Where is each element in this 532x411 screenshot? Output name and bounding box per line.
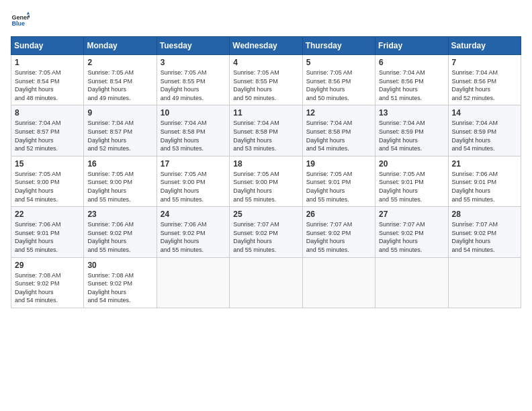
calendar-cell: 10 Sunrise: 7:04 AM Sunset: 8:58 PM Dayl… xyxy=(157,105,229,156)
calendar-cell: 16 Sunrise: 7:05 AM Sunset: 9:00 PM Dayl… xyxy=(84,156,157,206)
day-info: Sunrise: 7:04 AM Sunset: 8:58 PM Dayligh… xyxy=(161,119,226,152)
day-number: 13 xyxy=(379,108,444,118)
day-info: Sunrise: 7:04 AM Sunset: 8:59 PM Dayligh… xyxy=(379,119,444,152)
day-info: Sunrise: 7:04 AM Sunset: 8:56 PM Dayligh… xyxy=(379,68,444,102)
day-info: Sunrise: 7:06 AM Sunset: 9:01 PM Dayligh… xyxy=(15,220,80,254)
calendar-cell: 17 Sunrise: 7:05 AM Sunset: 9:00 PM Dayl… xyxy=(157,156,229,206)
day-info: Sunrise: 7:04 AM Sunset: 8:58 PM Dayligh… xyxy=(233,119,298,152)
day-number: 22 xyxy=(15,210,80,219)
calendar-cell: 24 Sunrise: 7:06 AM Sunset: 9:02 PM Dayl… xyxy=(157,207,229,257)
day-info: Sunrise: 7:04 AM Sunset: 8:57 PM Dayligh… xyxy=(15,119,80,152)
day-number: 4 xyxy=(233,58,298,67)
calendar-cell xyxy=(302,257,375,308)
calendar-cell: 11 Sunrise: 7:04 AM Sunset: 8:58 PM Dayl… xyxy=(230,105,302,156)
day-info: Sunrise: 7:05 AM Sunset: 8:55 PM Dayligh… xyxy=(233,68,298,102)
calendar-cell: 20 Sunrise: 7:05 AM Sunset: 9:01 PM Dayl… xyxy=(375,156,448,206)
day-info: Sunrise: 7:08 AM Sunset: 9:02 PM Dayligh… xyxy=(15,271,80,305)
calendar-cell: 4 Sunrise: 7:05 AM Sunset: 8:55 PM Dayli… xyxy=(230,55,302,105)
day-number: 16 xyxy=(87,159,152,169)
svg-marker-2 xyxy=(27,11,30,14)
calendar-cell xyxy=(448,257,521,308)
day-info: Sunrise: 7:05 AM Sunset: 8:56 PM Dayligh… xyxy=(306,68,371,102)
day-info: Sunrise: 7:05 AM Sunset: 8:54 PM Dayligh… xyxy=(15,68,80,102)
day-info: Sunrise: 7:04 AM Sunset: 8:57 PM Dayligh… xyxy=(87,119,152,152)
day-number: 24 xyxy=(161,210,226,219)
day-info: Sunrise: 7:05 AM Sunset: 8:55 PM Dayligh… xyxy=(161,68,226,102)
calendar-header-friday: Friday xyxy=(375,37,448,55)
day-number: 30 xyxy=(87,261,152,270)
day-info: Sunrise: 7:07 AM Sunset: 9:02 PM Dayligh… xyxy=(452,220,517,254)
calendar-cell: 19 Sunrise: 7:05 AM Sunset: 9:01 PM Dayl… xyxy=(302,156,375,206)
day-number: 6 xyxy=(379,58,444,67)
day-info: Sunrise: 7:08 AM Sunset: 9:02 PM Dayligh… xyxy=(87,271,152,305)
day-number: 10 xyxy=(161,108,226,118)
day-info: Sunrise: 7:05 AM Sunset: 9:00 PM Dayligh… xyxy=(161,170,226,203)
svg-text:Blue: Blue xyxy=(11,20,25,27)
day-number: 29 xyxy=(15,261,80,270)
day-info: Sunrise: 7:06 AM Sunset: 9:01 PM Dayligh… xyxy=(452,170,517,203)
day-info: Sunrise: 7:05 AM Sunset: 9:00 PM Dayligh… xyxy=(15,170,80,203)
day-number: 9 xyxy=(87,108,152,118)
day-number: 1 xyxy=(15,58,80,67)
day-info: Sunrise: 7:05 AM Sunset: 9:01 PM Dayligh… xyxy=(306,170,371,203)
calendar-cell: 21 Sunrise: 7:06 AM Sunset: 9:01 PM Dayl… xyxy=(448,156,521,206)
calendar-cell: 12 Sunrise: 7:04 AM Sunset: 8:58 PM Dayl… xyxy=(302,105,375,156)
calendar-cell: 18 Sunrise: 7:05 AM Sunset: 9:00 PM Dayl… xyxy=(230,156,302,206)
calendar-cell: 1 Sunrise: 7:05 AM Sunset: 8:54 PM Dayli… xyxy=(11,55,84,105)
calendar-cell: 2 Sunrise: 7:05 AM Sunset: 8:54 PM Dayli… xyxy=(84,55,157,105)
day-number: 27 xyxy=(379,210,444,219)
day-number: 7 xyxy=(452,58,517,67)
calendar-table: SundayMondayTuesdayWednesdayThursdayFrid… xyxy=(11,36,521,308)
calendar-cell: 22 Sunrise: 7:06 AM Sunset: 9:01 PM Dayl… xyxy=(11,207,84,257)
calendar-cell xyxy=(230,257,302,308)
svg-text:General: General xyxy=(11,14,30,21)
day-info: Sunrise: 7:05 AM Sunset: 9:00 PM Dayligh… xyxy=(233,170,298,203)
calendar-cell: 8 Sunrise: 7:04 AM Sunset: 8:57 PM Dayli… xyxy=(11,105,84,156)
calendar-cell: 9 Sunrise: 7:04 AM Sunset: 8:57 PM Dayli… xyxy=(84,105,157,156)
day-info: Sunrise: 7:04 AM Sunset: 8:56 PM Dayligh… xyxy=(452,68,517,102)
day-number: 25 xyxy=(233,210,298,219)
calendar-header-monday: Monday xyxy=(84,37,157,55)
calendar-cell: 27 Sunrise: 7:07 AM Sunset: 9:02 PM Dayl… xyxy=(375,207,448,257)
logo: General Blue xyxy=(11,11,30,30)
calendar-cell: 5 Sunrise: 7:05 AM Sunset: 8:56 PM Dayli… xyxy=(302,55,375,105)
calendar-cell: 26 Sunrise: 7:07 AM Sunset: 9:02 PM Dayl… xyxy=(302,207,375,257)
day-number: 21 xyxy=(452,159,517,169)
header: General Blue xyxy=(11,11,521,30)
calendar-cell: 14 Sunrise: 7:04 AM Sunset: 8:59 PM Dayl… xyxy=(448,105,521,156)
day-number: 17 xyxy=(161,159,226,169)
generalblue-logo-icon: General Blue xyxy=(11,11,30,30)
day-number: 19 xyxy=(306,159,371,169)
day-number: 5 xyxy=(306,58,371,67)
day-info: Sunrise: 7:04 AM Sunset: 8:58 PM Dayligh… xyxy=(306,119,371,152)
calendar-week-4: 22 Sunrise: 7:06 AM Sunset: 9:01 PM Dayl… xyxy=(11,207,521,257)
day-number: 26 xyxy=(306,210,371,219)
day-number: 28 xyxy=(452,210,517,219)
day-info: Sunrise: 7:06 AM Sunset: 9:02 PM Dayligh… xyxy=(161,220,226,254)
calendar-header-saturday: Saturday xyxy=(448,37,521,55)
calendar-cell: 29 Sunrise: 7:08 AM Sunset: 9:02 PM Dayl… xyxy=(11,257,84,308)
day-info: Sunrise: 7:06 AM Sunset: 9:02 PM Dayligh… xyxy=(87,220,152,254)
calendar-cell: 28 Sunrise: 7:07 AM Sunset: 9:02 PM Dayl… xyxy=(448,207,521,257)
calendar-week-5: 29 Sunrise: 7:08 AM Sunset: 9:02 PM Dayl… xyxy=(11,257,521,308)
calendar-cell: 15 Sunrise: 7:05 AM Sunset: 9:00 PM Dayl… xyxy=(11,156,84,206)
calendar-cell: 13 Sunrise: 7:04 AM Sunset: 8:59 PM Dayl… xyxy=(375,105,448,156)
day-number: 8 xyxy=(15,108,80,118)
calendar-week-1: 1 Sunrise: 7:05 AM Sunset: 8:54 PM Dayli… xyxy=(11,55,521,105)
day-number: 23 xyxy=(87,210,152,219)
calendar-header-row: SundayMondayTuesdayWednesdayThursdayFrid… xyxy=(11,37,521,55)
day-number: 3 xyxy=(161,58,226,67)
day-number: 12 xyxy=(306,108,371,118)
calendar-cell: 25 Sunrise: 7:07 AM Sunset: 9:02 PM Dayl… xyxy=(230,207,302,257)
calendar-cell: 3 Sunrise: 7:05 AM Sunset: 8:55 PM Dayli… xyxy=(157,55,229,105)
calendar-body: 1 Sunrise: 7:05 AM Sunset: 8:54 PM Dayli… xyxy=(11,55,521,308)
day-number: 2 xyxy=(87,58,152,67)
calendar-cell xyxy=(375,257,448,308)
day-number: 20 xyxy=(379,159,444,169)
calendar-header-wednesday: Wednesday xyxy=(230,37,302,55)
day-number: 14 xyxy=(452,108,517,118)
calendar-header-tuesday: Tuesday xyxy=(157,37,229,55)
calendar-cell: 23 Sunrise: 7:06 AM Sunset: 9:02 PM Dayl… xyxy=(84,207,157,257)
calendar-cell xyxy=(157,257,229,308)
day-info: Sunrise: 7:05 AM Sunset: 9:01 PM Dayligh… xyxy=(379,170,444,203)
